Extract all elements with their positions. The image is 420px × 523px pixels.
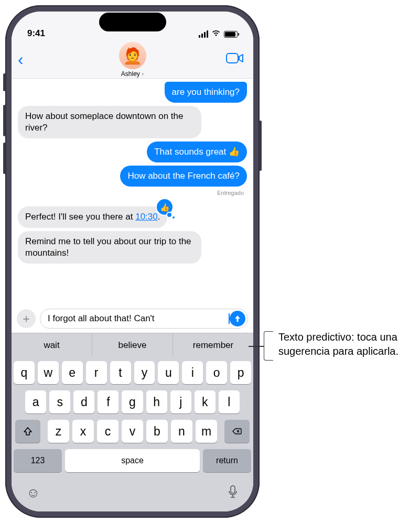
predictive-suggestion[interactable]: wait bbox=[12, 333, 92, 357]
key-n[interactable]: n bbox=[171, 420, 192, 443]
svg-rect-1 bbox=[231, 486, 235, 493]
shift-key[interactable] bbox=[15, 420, 40, 443]
key-r[interactable]: r bbox=[86, 361, 107, 384]
volume-down bbox=[3, 143, 6, 174]
volume-up bbox=[3, 105, 6, 136]
chevron-right-icon: › bbox=[142, 70, 144, 78]
annotation-callout: Texto predictivo: toca una sugerencia pa… bbox=[264, 330, 399, 361]
predictive-suggestion[interactable]: remember bbox=[173, 333, 253, 357]
message-thread[interactable]: are you thinking? How about someplace do… bbox=[12, 79, 253, 306]
battery-icon bbox=[224, 31, 238, 38]
input-text: I forgot all about that! Can't bbox=[48, 313, 229, 324]
dynamic-island bbox=[99, 13, 166, 31]
back-button[interactable]: ‹ bbox=[12, 51, 30, 68]
cellular-icon bbox=[199, 30, 208, 38]
key-a[interactable]: a bbox=[25, 390, 46, 413]
key-h[interactable]: h bbox=[146, 390, 167, 413]
key-k[interactable]: k bbox=[195, 390, 216, 413]
bubble-text: are you thinking? bbox=[165, 82, 247, 103]
predictive-suggestion[interactable]: believe bbox=[92, 333, 173, 357]
key-v[interactable]: v bbox=[122, 420, 143, 443]
key-row: z x c v b n m bbox=[14, 420, 251, 443]
message-sent[interactable]: are you thinking? bbox=[18, 82, 247, 104]
key-i[interactable]: i bbox=[182, 361, 203, 384]
add-button[interactable]: ＋ bbox=[17, 309, 36, 328]
bubble-text: How about the French café? bbox=[120, 166, 247, 187]
time-link[interactable]: 10:30 bbox=[135, 212, 158, 222]
message-sent[interactable]: How about the French café? bbox=[18, 166, 247, 188]
predictive-bar: wait believe remember bbox=[12, 333, 253, 357]
key-g[interactable]: g bbox=[122, 390, 143, 413]
space-key[interactable]: space bbox=[65, 449, 200, 472]
key-row: 123 space return bbox=[14, 449, 251, 472]
key-f[interactable]: f bbox=[98, 390, 119, 413]
key-x[interactable]: x bbox=[72, 420, 94, 443]
key-l[interactable]: l bbox=[219, 390, 240, 413]
key-z[interactable]: z bbox=[48, 420, 69, 443]
power-button bbox=[259, 121, 262, 171]
avatar: 🧑‍🦰 bbox=[119, 42, 146, 69]
backspace-key[interactable] bbox=[224, 420, 250, 443]
numbers-key[interactable]: 123 bbox=[14, 449, 62, 472]
message-received[interactable]: Remind me to tell you about our trip to … bbox=[18, 231, 247, 265]
tapback-thumbsup[interactable]: 👍 bbox=[157, 199, 173, 215]
bubble-text: How about someplace downtown on the rive… bbox=[18, 106, 201, 138]
key-d[interactable]: d bbox=[73, 390, 94, 413]
contact-header[interactable]: 🧑‍🦰 Ashley › bbox=[119, 42, 146, 78]
bubble-text: Remind me to tell you about our trip to … bbox=[18, 231, 201, 264]
wifi-icon bbox=[211, 29, 221, 39]
status-time: 9:41 bbox=[27, 28, 45, 39]
message-sent[interactable]: That sounds great 👍 bbox=[18, 141, 247, 164]
key-m[interactable]: m bbox=[196, 420, 217, 443]
message-received[interactable]: Perfect! I'll see you there at 10:30. 👍 bbox=[18, 206, 247, 228]
return-key[interactable]: return bbox=[203, 449, 251, 472]
dictation-key[interactable] bbox=[227, 485, 239, 502]
emoji-key[interactable]: ☺ bbox=[26, 485, 40, 502]
key-o[interactable]: o bbox=[206, 361, 227, 384]
composer: ＋ I forgot all about that! Can't bbox=[12, 306, 253, 333]
bubble-text: That sounds great 👍 bbox=[147, 141, 247, 162]
delivered-status: Entregado bbox=[18, 190, 247, 196]
facetime-button[interactable] bbox=[226, 52, 244, 66]
key-j[interactable]: j bbox=[170, 390, 191, 413]
bracket-icon bbox=[264, 331, 273, 361]
key-w[interactable]: w bbox=[38, 361, 59, 384]
mute-switch bbox=[3, 73, 6, 91]
key-c[interactable]: c bbox=[97, 420, 119, 443]
bubble-text: Perfect! I'll see you there at 10:30. 👍 bbox=[18, 206, 167, 227]
callout-text: Texto predictivo: toca una sugerencia pa… bbox=[278, 330, 399, 358]
key-t[interactable]: t bbox=[110, 361, 131, 384]
message-received[interactable]: How about someplace downtown on the rive… bbox=[18, 106, 247, 139]
key-y[interactable]: y bbox=[134, 361, 155, 384]
iphone-frame: 9:41 ‹ 🧑‍🦰 Ashley › are you thinking? bbox=[5, 5, 260, 518]
send-button[interactable] bbox=[230, 311, 245, 326]
key-b[interactable]: b bbox=[146, 420, 168, 443]
key-e[interactable]: e bbox=[62, 361, 83, 384]
key-p[interactable]: p bbox=[230, 361, 251, 384]
key-u[interactable]: u bbox=[158, 361, 179, 384]
nav-bar: ‹ 🧑‍🦰 Ashley › bbox=[12, 40, 253, 79]
keyboard: q w e r t y u i o p a s d f g h j k l bbox=[12, 357, 253, 511]
key-row: q w e r t y u i o p bbox=[14, 361, 251, 384]
message-input[interactable]: I forgot all about that! Can't bbox=[40, 309, 248, 329]
contact-name: Ashley bbox=[121, 70, 140, 78]
key-s[interactable]: s bbox=[49, 390, 70, 413]
key-q[interactable]: q bbox=[14, 361, 35, 384]
svg-rect-0 bbox=[227, 53, 238, 63]
key-row: a s d f g h j k l bbox=[14, 390, 251, 413]
